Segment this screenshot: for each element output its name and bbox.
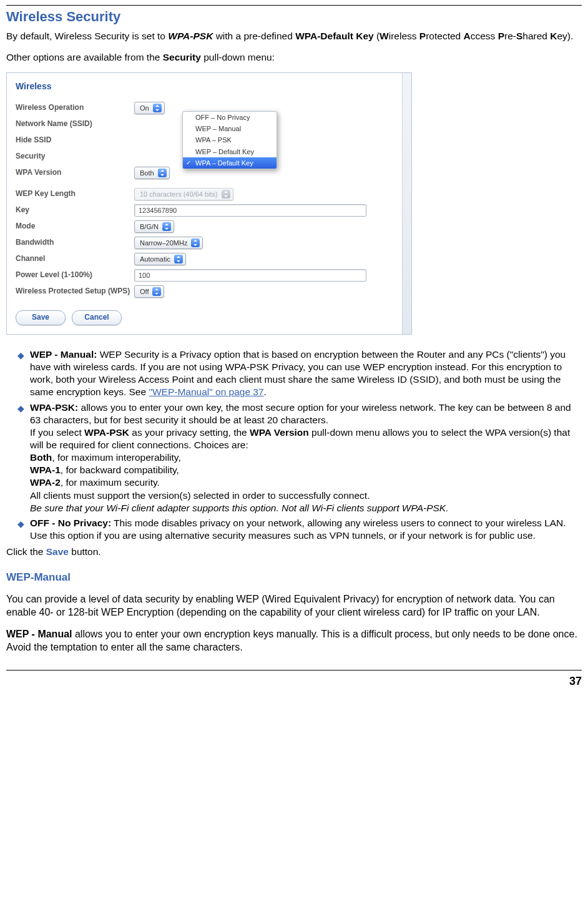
- page-heading: Wireless Security: [6, 8, 582, 26]
- row-mode: Mode B/G/N: [13, 219, 405, 234]
- diamond-bullet-icon: ◆: [17, 350, 24, 399]
- security-options-list: ◆ WEP - Manual: WEP Security is a Privac…: [6, 348, 582, 542]
- dropdown-option[interactable]: WEP – Manual: [183, 123, 277, 134]
- intro-paragraph-1: By default, Wireless Security is set to …: [6, 30, 582, 42]
- diamond-bullet-icon: ◆: [17, 403, 24, 514]
- select-wireless-operation[interactable]: On: [134, 102, 165, 114]
- row-power-level: Power Level (1-100%): [13, 268, 405, 283]
- select-wps[interactable]: Off: [134, 285, 164, 298]
- wep-manual-paragraph-1: You can provide a level of data security…: [6, 593, 582, 619]
- wep-manual-heading: WEP-Manual: [6, 571, 582, 584]
- diamond-bullet-icon: ◆: [17, 518, 24, 542]
- dropdown-option[interactable]: WPA – PSK: [183, 134, 277, 145]
- security-dropdown-menu[interactable]: OFF – No Privacy WEP – Manual WPA – PSK …: [182, 111, 277, 169]
- link-wep-manual-ref[interactable]: "WEP-Manual" on page 37: [149, 386, 263, 397]
- bottom-rule: [6, 670, 582, 671]
- bullet-off-no-privacy: ◆ OFF - No Privacy: This mode disables p…: [17, 517, 582, 542]
- page-number: 37: [6, 674, 582, 689]
- dropdown-option[interactable]: WEP – Default Key: [183, 146, 277, 157]
- select-arrows-icon: [152, 287, 161, 296]
- bullet-wep-manual: ◆ WEP - Manual: WEP Security is a Privac…: [17, 348, 582, 399]
- select-mode[interactable]: B/G/N: [134, 220, 174, 233]
- select-arrows-icon: [158, 169, 167, 177]
- panel-title: Wireless: [16, 81, 405, 92]
- save-instruction: Click the Save button.: [6, 546, 582, 558]
- select-arrows-icon: [222, 190, 230, 199]
- cancel-button[interactable]: Cancel: [72, 310, 122, 325]
- wireless-settings-panel: Wireless Wireless Operation On Network N…: [6, 72, 412, 335]
- row-channel: Channel Automatic: [13, 252, 405, 267]
- select-arrows-icon: [162, 222, 171, 231]
- input-power-level[interactable]: [134, 269, 366, 282]
- select-bandwidth[interactable]: Narrow–20MHz: [134, 237, 203, 249]
- save-button[interactable]: Save: [16, 310, 66, 325]
- row-bandwidth: Bandwidth Narrow–20MHz: [13, 235, 405, 250]
- dropdown-option-selected[interactable]: WPA – Default Key: [183, 157, 277, 169]
- select-arrows-icon: [191, 238, 200, 247]
- intro-paragraph-2: Other options are available from the Sec…: [6, 51, 582, 64]
- select-wpa-version[interactable]: Both: [134, 167, 170, 179]
- row-key: Key: [13, 203, 405, 218]
- wep-manual-paragraph-2: WEP - Manual allows you to enter your ow…: [6, 628, 582, 654]
- select-channel[interactable]: Automatic: [134, 253, 186, 265]
- dropdown-option[interactable]: OFF – No Privacy: [183, 112, 277, 123]
- select-arrows-icon: [174, 255, 183, 263]
- select-arrows-icon: [153, 104, 162, 112]
- row-wep-key-length: WEP Key Length 10 characters (40/64 bits…: [13, 187, 405, 202]
- bullet-wpa-psk: ◆ WPA-PSK: allows you to enter your own …: [17, 401, 582, 514]
- select-wep-key-length: 10 characters (40/64 bits): [134, 188, 233, 200]
- panel-scrollbar[interactable]: [402, 73, 411, 334]
- row-wps: Wireless Protected Setup (WPS) Off: [13, 284, 405, 299]
- input-key[interactable]: [134, 204, 366, 217]
- top-rule: [6, 5, 582, 6]
